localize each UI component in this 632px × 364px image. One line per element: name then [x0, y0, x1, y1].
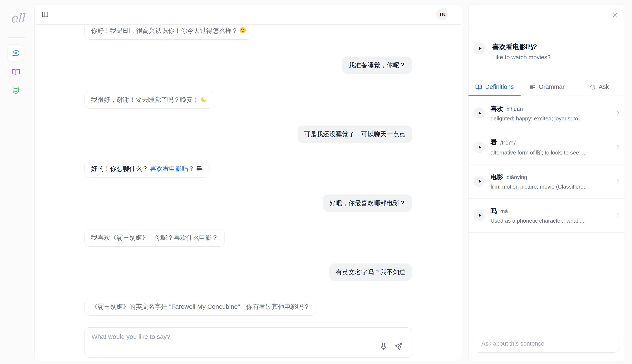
- sidebar-divider: [8, 38, 26, 38]
- play-word-audio-button[interactable]: [474, 142, 485, 153]
- message-composer: [85, 328, 412, 358]
- send-icon: [394, 342, 403, 351]
- sidebar-item-roleplay[interactable]: [8, 82, 24, 98]
- chevron-right-icon: [615, 144, 621, 150]
- left-sidebar: ell: [0, 0, 35, 364]
- definition-row[interactable]: 电影 diànyǐng film; motion picture; movie …: [468, 164, 625, 198]
- definition-row[interactable]: 吗 mǎ Used as a phonetic character.; what…: [468, 198, 625, 232]
- chevron-right-icon: [615, 212, 621, 218]
- tab-definitions[interactable]: Definitions: [468, 78, 521, 96]
- ask-sentence-input[interactable]: [474, 335, 620, 352]
- app-logo: ell: [0, 11, 35, 26]
- definition-pinyin: /tʰõĩ⁵²/: [500, 140, 516, 146]
- definition-meaning: delighted; happy; excited; joyous; to...: [491, 115, 609, 122]
- sentence-hanzi: 喜欢看电影吗?: [492, 42, 550, 51]
- chevron-right-icon: [615, 110, 621, 116]
- theater-mask-icon: [12, 86, 20, 94]
- crescent-moon-emoji: [200, 96, 208, 103]
- definition-meaning: alternative form of 睇; to look; to see; …: [491, 149, 609, 156]
- definition-meaning: film; motion picture; movie (Classifier:…: [491, 184, 609, 190]
- sentence-detail-panel: 喜欢看电影吗? Like to watch movies? Definition…: [468, 4, 625, 361]
- user-message[interactable]: 好吧，你最喜欢哪部电影？: [323, 194, 412, 212]
- play-sentence-button[interactable]: [474, 42, 485, 54]
- play-icon: [476, 110, 482, 116]
- ask-sentence-box: [474, 335, 620, 352]
- sidebar-toggle-button[interactable]: [42, 10, 50, 18]
- definition-word: 看: [491, 138, 497, 147]
- user-message[interactable]: 可是我还没睡觉了，可以聊天一点点: [297, 126, 412, 143]
- sidebar-item-chat[interactable]: [8, 45, 24, 61]
- definition-meaning: Used as a phonetic character.; what;...: [491, 218, 609, 224]
- chat-bubble-icon: [12, 49, 20, 57]
- panel-tabs: Definitions Grammar Ask: [468, 78, 625, 96]
- user-message[interactable]: 我准备睡觉，你呢？: [342, 56, 412, 74]
- assistant-message[interactable]: 我很好，谢谢！要去睡觉了吗？晚安！: [85, 91, 214, 108]
- assistant-message[interactable]: 你好！我是Ell，很高兴认识你！你今天过得怎么样？: [85, 25, 253, 40]
- align-left-icon: [529, 84, 536, 90]
- microphone-button[interactable]: [379, 342, 389, 351]
- definition-row[interactable]: 喜欢 xǐhuan delighted; happy; excited; joy…: [468, 96, 625, 130]
- chevron-right-icon: [615, 178, 621, 184]
- play-icon: [476, 144, 482, 150]
- close-icon: [611, 12, 619, 19]
- definition-pinyin: mǎ: [500, 208, 508, 214]
- microphone-icon: [379, 342, 389, 351]
- assistant-message[interactable]: 好的！你想聊什么？ 喜欢看电影吗？: [85, 160, 209, 178]
- user-avatar[interactable]: TN: [436, 8, 448, 20]
- sentence-translation: Like to watch movies?: [492, 54, 550, 61]
- book-open-icon: [475, 84, 482, 90]
- definition-word: 喜欢: [491, 104, 503, 113]
- play-icon: [476, 213, 482, 218]
- selected-sentence-link[interactable]: 喜欢看电影吗？: [150, 165, 194, 172]
- chat-dots-icon: [589, 84, 596, 90]
- open-book-icon: [12, 68, 20, 76]
- definition-word: 吗: [491, 207, 497, 216]
- sentence-block: 喜欢看电影吗? Like to watch movies?: [468, 26, 625, 78]
- send-button[interactable]: [394, 342, 403, 351]
- assistant-message[interactable]: 《霸王别姬》的英文名字是 "Farewell My Concubine"。你有看…: [85, 298, 317, 316]
- tab-grammar[interactable]: Grammar: [521, 78, 573, 96]
- close-panel-button[interactable]: [611, 11, 619, 19]
- sidebar-item-library[interactable]: [8, 64, 24, 80]
- chat-window: TN 你好！我是Ell，很高兴认识你！你今天过得怎么样？ 我准备睡觉，你呢？ 我…: [35, 4, 462, 361]
- tab-ask[interactable]: Ask: [573, 78, 625, 96]
- message-input[interactable]: [85, 328, 412, 358]
- definition-word: 电影: [491, 173, 503, 181]
- play-word-audio-button[interactable]: [474, 108, 485, 119]
- definition-row[interactable]: 看 /tʰõĩ⁵²/ alternative form of 睇; to loo…: [468, 130, 625, 164]
- smiling-face-emoji: [239, 27, 246, 34]
- panel-header: [468, 4, 625, 26]
- chat-header: TN: [35, 4, 462, 24]
- definition-pinyin: diànyǐng: [507, 174, 527, 180]
- play-word-audio-button[interactable]: [474, 176, 485, 187]
- user-message[interactable]: 有英文名字吗？我不知道: [329, 264, 412, 281]
- assistant-message[interactable]: 我喜欢《霸王别姬》。你呢？喜欢什么电影？: [85, 229, 225, 246]
- definitions-list: 喜欢 xǐhuan delighted; happy; excited; joy…: [468, 96, 625, 232]
- panel-toggle-icon: [42, 11, 50, 18]
- play-icon: [477, 46, 483, 51]
- definition-pinyin: xǐhuan: [507, 106, 523, 112]
- play-word-audio-button[interactable]: [474, 210, 485, 221]
- play-icon: [476, 178, 482, 184]
- movie-camera-emoji: [196, 165, 203, 172]
- chat-message-list[interactable]: 你好！我是Ell，很高兴认识你！你今天过得怎么样？ 我准备睡觉，你呢？ 我很好，…: [35, 25, 462, 361]
